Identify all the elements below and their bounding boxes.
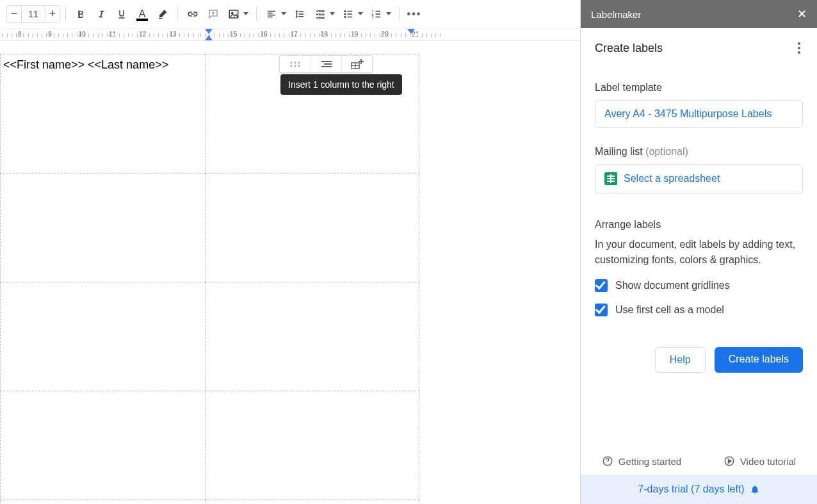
- video-tutorial-link[interactable]: Video tutorial: [724, 455, 796, 467]
- trial-banner[interactable]: 7-days trial (7 days left): [581, 475, 817, 504]
- align-dropdown[interactable]: [279, 4, 289, 24]
- ruler-minor-ticks: [19, 33, 47, 37]
- text-color-button[interactable]: A: [133, 4, 152, 24]
- table-cell[interactable]: [1, 500, 206, 505]
- table-column-controls: [279, 55, 373, 73]
- table-cell[interactable]: [1, 282, 206, 391]
- sidebar-footer-links: Getting started Video tutorial: [581, 448, 817, 475]
- table-cell[interactable]: [206, 282, 419, 391]
- ruler-minor-ticks: [79, 33, 108, 37]
- checklist-dropdown[interactable]: [327, 4, 337, 24]
- font-size-input[interactable]: [22, 5, 45, 23]
- use-first-cell-label: Use first cell as a model: [615, 304, 724, 316]
- use-first-cell-checkbox-row[interactable]: Use first cell as a model: [595, 304, 803, 316]
- svg-text:3: 3: [372, 15, 374, 19]
- checklist-combo[interactable]: [311, 4, 337, 24]
- ruler-minor-ticks: [321, 33, 350, 37]
- mailing-spreadsheet-select[interactable]: Select a spreadsheet: [595, 164, 803, 193]
- numbered-list-combo[interactable]: 123: [367, 4, 394, 24]
- sidebar-heading: Create labels: [595, 42, 663, 55]
- highlight-color-button[interactable]: [153, 4, 172, 24]
- sidebar-more-menu[interactable]: [795, 40, 803, 56]
- mailing-list-label: Mailing list (optional): [595, 146, 803, 158]
- label-template-select[interactable]: Avery A4 - 3475 Multipurpose Labels: [595, 100, 803, 128]
- svg-point-12: [295, 65, 296, 67]
- table-row[interactable]: [1, 174, 419, 282]
- tooltip: Insert 1 column to the right: [280, 74, 402, 95]
- getting-started-link[interactable]: Getting started: [602, 455, 681, 467]
- insert-column-right-button[interactable]: [341, 56, 372, 72]
- chevron-down-icon: [243, 12, 248, 15]
- sidebar-header: Create labels: [581, 28, 817, 60]
- insert-comment-button[interactable]: [204, 4, 223, 24]
- increase-font-size-button[interactable]: +: [45, 5, 60, 23]
- sheets-icon: [604, 172, 617, 185]
- show-gridlines-checkbox-row[interactable]: Show document gridlines: [595, 279, 803, 292]
- chevron-down-icon: [386, 12, 391, 15]
- table-row[interactable]: [1, 282, 419, 391]
- align-combo[interactable]: [262, 4, 289, 24]
- numbered-list-dropdown[interactable]: [384, 4, 394, 24]
- more-toolbar-button[interactable]: •••: [405, 4, 424, 24]
- ruler-minor-ticks: [261, 33, 289, 37]
- decrease-font-size-button[interactable]: −: [6, 5, 22, 23]
- ruler-indent-marker-bottom[interactable]: [205, 35, 213, 40]
- svg-point-3: [344, 13, 346, 15]
- bulleted-list-dropdown[interactable]: [355, 4, 366, 24]
- line-spacing-button[interactable]: [290, 4, 309, 24]
- ruler-right-margin-marker[interactable]: [407, 29, 415, 34]
- ruler-minor-ticks: [170, 33, 198, 37]
- ruler-minor-ticks: [231, 33, 259, 37]
- label-table[interactable]: <<First name>> <<Last name>>: [0, 54, 419, 504]
- svg-point-4: [344, 16, 346, 18]
- trial-text: 7-days trial (7 days left): [638, 484, 744, 495]
- table-cell[interactable]: [1, 391, 206, 500]
- svg-point-8: [291, 62, 293, 64]
- separator: [256, 7, 257, 21]
- document-area[interactable]: <<First name>> <<Last name>> Insert 1 co…: [0, 41, 580, 504]
- ruler-minor-ticks: [382, 33, 410, 37]
- ruler-minor-ticks: [352, 33, 380, 37]
- bulleted-list-combo[interactable]: [339, 4, 366, 24]
- sidebar: Labelmaker ✕ Create labels Label templat…: [580, 0, 817, 504]
- ruler-minor-ticks: [49, 33, 77, 37]
- help-button[interactable]: Help: [655, 347, 706, 373]
- bold-button[interactable]: [71, 4, 90, 24]
- sidebar-titlebar: Labelmaker ✕: [581, 0, 817, 28]
- svg-point-13: [298, 65, 300, 67]
- table-cell[interactable]: [206, 174, 419, 282]
- merge-field-text: <<First name>> <<Last name>>: [3, 58, 168, 71]
- drag-column-handle[interactable]: [280, 56, 311, 72]
- italic-button[interactable]: [92, 4, 111, 24]
- table-row[interactable]: [1, 500, 419, 505]
- underline-button[interactable]: [112, 4, 131, 24]
- table-row[interactable]: [1, 391, 419, 500]
- chevron-down-icon: [281, 12, 286, 15]
- ruler-minor-ticks: [0, 33, 17, 37]
- insert-link-button[interactable]: [183, 4, 202, 24]
- insert-image-dropdown[interactable]: [241, 4, 251, 24]
- insert-image-combo[interactable]: [224, 4, 251, 24]
- svg-point-11: [291, 65, 293, 67]
- ruler-minor-ticks: [109, 33, 138, 37]
- ruler-minor-ticks: [291, 33, 320, 37]
- create-labels-button[interactable]: Create labels: [715, 347, 803, 373]
- show-gridlines-label: Show document gridlines: [615, 280, 730, 291]
- checkbox-checked-icon[interactable]: [595, 304, 608, 316]
- ruler-indent-marker-top[interactable]: [205, 29, 213, 34]
- chevron-down-icon: [358, 12, 363, 15]
- ruler-minor-ticks: [140, 33, 168, 37]
- table-cell[interactable]: [206, 391, 419, 500]
- bell-icon: [750, 484, 760, 494]
- svg-point-2: [344, 10, 346, 12]
- separator: [399, 7, 400, 21]
- font-size-group: − +: [6, 5, 60, 23]
- text-color-bar: [136, 19, 148, 21]
- close-icon[interactable]: ✕: [797, 7, 807, 21]
- table-cell-first[interactable]: <<First name>> <<Last name>>: [1, 54, 206, 174]
- checkbox-checked-icon[interactable]: [595, 279, 608, 292]
- column-options-button[interactable]: [311, 56, 341, 72]
- table-cell[interactable]: [1, 174, 206, 282]
- table-cell[interactable]: [206, 500, 419, 505]
- sidebar-title: Labelmaker: [591, 9, 641, 20]
